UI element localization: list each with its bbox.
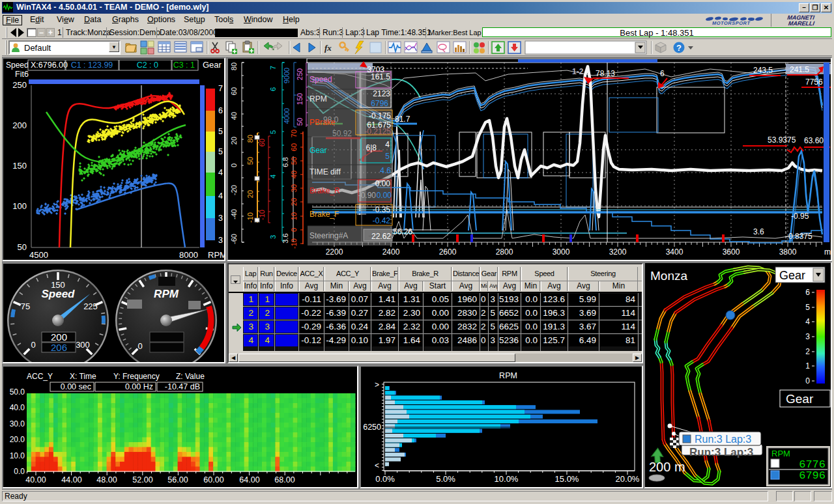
- svg-text:1-2: 1-2: [572, 67, 584, 76]
- svg-text:100: 100: [12, 201, 27, 211]
- svg-text:50: 50: [18, 242, 27, 252]
- svg-text:m: m: [824, 247, 831, 257]
- svg-text:7: 7: [269, 66, 277, 70]
- svg-text:3200: 3200: [609, 247, 627, 257]
- svg-text:2800: 2800: [496, 247, 513, 257]
- svg-text:2200: 2200: [326, 247, 343, 257]
- svg-text:5: 5: [269, 130, 277, 134]
- svg-text:10: 10: [290, 212, 298, 220]
- svg-text:80: 80: [230, 63, 238, 70]
- svg-text:-10.47 dB: -10.47 dB: [165, 382, 200, 391]
- svg-text:2: 2: [805, 347, 810, 356]
- svg-text:>: >: [375, 380, 379, 389]
- svg-text:TIME diff: TIME diff: [309, 167, 341, 176]
- svg-text:4000: 4000: [283, 108, 291, 124]
- svg-text:81.7: 81.7: [395, 115, 410, 124]
- svg-text:Speed: Speed: [309, 75, 332, 84]
- svg-text:Fit6: Fit6: [15, 70, 29, 79]
- svg-text:6796: 6796: [371, 99, 388, 108]
- svg-text:50: 50: [290, 157, 298, 165]
- svg-text:3703: 3703: [367, 65, 384, 74]
- svg-text:50: 50: [296, 118, 304, 126]
- svg-text:C1 : 123.99: C1 : 123.99: [71, 61, 113, 70]
- svg-text:RPM: RPM: [208, 250, 224, 260]
- svg-text:3: 3: [218, 214, 223, 223]
- svg-text:6.8: 6.8: [281, 157, 289, 167]
- svg-text:6: 6: [660, 69, 665, 78]
- svg-text:-0.95: -0.95: [791, 212, 809, 221]
- svg-text:6: 6: [218, 106, 223, 115]
- svg-text:60.00: 60.00: [203, 475, 223, 484]
- svg-text:10.0: 10.0: [10, 451, 25, 460]
- svg-text:0: 0: [31, 340, 35, 350]
- svg-text:206: 206: [51, 342, 67, 353]
- svg-text:-0.8375: -0.8375: [786, 232, 812, 241]
- svg-text:5: 5: [385, 152, 390, 161]
- svg-text:C2 : 0: C2 : 0: [137, 61, 158, 70]
- svg-text:MOTORSPORT: MOTORSPORT: [712, 20, 751, 25]
- svg-text:0: 0: [137, 341, 142, 351]
- svg-text:60: 60: [230, 87, 238, 95]
- svg-text:78.13: 78.13: [596, 69, 615, 78]
- svg-text:50: 50: [246, 157, 254, 165]
- svg-text:RPM: RPM: [499, 371, 517, 380]
- svg-text:RPM: RPM: [771, 449, 790, 458]
- svg-text:4.6: 4.6: [380, 166, 391, 175]
- svg-text:56.26: 56.26: [393, 227, 412, 236]
- svg-text:4500: 4500: [29, 250, 48, 260]
- svg-text:6: 6: [805, 288, 810, 297]
- svg-text:0.00 Hz: 0.00 Hz: [125, 382, 153, 391]
- svg-text:9000: 9000: [283, 68, 291, 83]
- svg-text:Brake_F: Brake_F: [309, 210, 339, 219]
- svg-text:63.60: 63.60: [804, 136, 824, 145]
- svg-text:-20: -20: [230, 185, 238, 195]
- svg-text:Z: Value: Z: Value: [176, 372, 205, 381]
- svg-text:20: 20: [230, 137, 238, 145]
- svg-text:0: 0: [230, 163, 238, 167]
- svg-text:3.6: 3.6: [753, 227, 764, 236]
- svg-text:RPM: RPM: [309, 94, 327, 104]
- svg-text:53.9375: 53.9375: [768, 135, 796, 145]
- svg-text:4: 4: [269, 175, 277, 178]
- svg-text:0.00: 0.00: [375, 179, 391, 188]
- svg-text:20.0%: 20.0%: [616, 474, 640, 484]
- svg-text:30: 30: [290, 184, 298, 192]
- svg-text:40.0: 40.0: [10, 403, 25, 412]
- svg-text:X:6796.00: X:6796.00: [31, 61, 68, 70]
- svg-text:48.00: 48.00: [96, 475, 117, 484]
- svg-text:Run:3 Lap:3: Run:3 Lap:3: [695, 434, 751, 445]
- svg-text:150: 150: [296, 93, 304, 105]
- svg-text:MARELLI: MARELLI: [788, 20, 815, 27]
- svg-text:40: 40: [290, 171, 298, 178]
- svg-text:4: 4: [218, 191, 223, 201]
- svg-text:250: 250: [296, 68, 304, 80]
- svg-text:44.00: 44.00: [61, 475, 81, 484]
- svg-text:Steering#A: Steering#A: [309, 231, 348, 240]
- svg-text:64.00: 64.00: [239, 475, 259, 484]
- svg-text:7: 7: [218, 84, 223, 93]
- svg-text:C3 : 1: C3 : 1: [173, 61, 195, 70]
- svg-text:0.00: 0.00: [377, 191, 392, 200]
- svg-text:fx: fx: [324, 43, 332, 53]
- svg-text:40: 40: [230, 112, 238, 120]
- svg-text:20.0: 20.0: [10, 435, 25, 444]
- svg-text:0.00 sec: 0.00 sec: [61, 382, 91, 391]
- svg-text:0.0%: 0.0%: [375, 474, 395, 484]
- svg-text:-0.175: -0.175: [369, 111, 391, 120]
- svg-text:243.5: 243.5: [753, 66, 773, 75]
- svg-text:Gear: Gear: [779, 269, 805, 282]
- svg-text:22.62: 22.62: [371, 232, 391, 241]
- svg-text:60: 60: [258, 139, 266, 147]
- svg-text:70: 70: [290, 130, 298, 137]
- svg-text:150: 150: [51, 280, 65, 290]
- svg-text:RPM: RPM: [154, 288, 179, 300]
- svg-text:61.675: 61.675: [367, 120, 391, 130]
- svg-text:241.5: 241.5: [790, 65, 809, 74]
- svg-text:56.00: 56.00: [167, 475, 188, 484]
- svg-text:ACC_Y: ACC_Y: [27, 372, 53, 381]
- svg-text:3800: 3800: [779, 247, 797, 257]
- svg-text:5: 5: [805, 303, 810, 312]
- svg-text:2600: 2600: [439, 247, 457, 257]
- svg-text:-0.35: -0.35: [373, 205, 391, 214]
- svg-text:<: <: [375, 461, 379, 470]
